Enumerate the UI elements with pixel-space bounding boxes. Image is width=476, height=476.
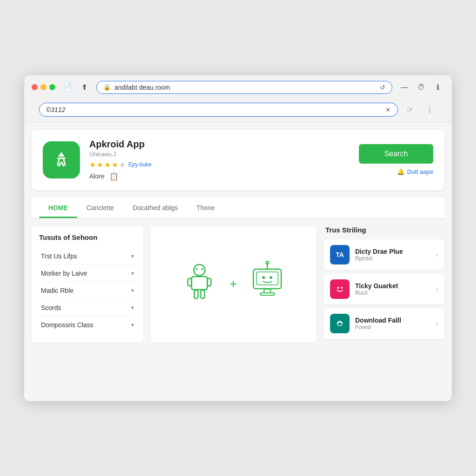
- share-icon[interactable]: ⬆: [78, 81, 91, 94]
- star-1: ★: [89, 160, 96, 169]
- sidebar-item-5[interactable]: Dompossris Class ▾: [39, 317, 136, 333]
- review-link[interactable]: Epy·buke: [128, 161, 152, 168]
- svg-rect-5: [188, 278, 192, 286]
- app-name: Apkroid App: [89, 139, 350, 150]
- sidebar-item-1[interactable]: Trst Us Lifps ▾: [39, 248, 136, 265]
- right-chevron-2: ›: [436, 285, 438, 293]
- right-item-sub-2: Rucil: [355, 290, 430, 296]
- minimize-window-icon[interactable]: —: [398, 81, 411, 94]
- right-item-2[interactable]: Ticky Guarket Rucil ›: [324, 274, 444, 304]
- chevron-down-icon-2: ▾: [131, 270, 134, 277]
- chevron-down-icon-3: ▾: [131, 287, 134, 294]
- right-item-name-2: Ticky Guarket: [355, 282, 430, 290]
- page-content: Apkroid App Unicaou.J ★ ★ ★ ★ ★ Epy·buke…: [24, 122, 452, 401]
- tabs-row: HOME Canclette Docathed ablgs Thone: [32, 198, 444, 218]
- star-5: ★: [119, 160, 126, 169]
- right-item-sub-1: Rpmiol: [355, 255, 430, 262]
- svg-rect-15: [260, 293, 274, 295]
- right-item-text-1: Dicty Drae Plue Rpmiol: [355, 248, 430, 262]
- right-sidebar-title: Trus Striling: [324, 226, 444, 234]
- right-item-icon-2: [330, 279, 350, 299]
- chevron-down-icon-1: ▾: [131, 253, 134, 259]
- right-item-name-3: Download Falll: [355, 317, 430, 324]
- tab-home[interactable]: HOME: [39, 198, 77, 218]
- right-chevron-3: ›: [436, 320, 438, 327]
- browser-window: 📄 ⬆ 🔒 andilabt deau.room ↺ — ⏱ ℹ ©3112 ✕…: [24, 75, 452, 401]
- tab-downloaded[interactable]: Docathed ablgs: [123, 198, 187, 218]
- traffic-lights: [32, 84, 55, 90]
- page-icon: 📄: [61, 81, 74, 94]
- chevron-down-icon-5: ▾: [131, 322, 134, 328]
- reload-icon[interactable]: ↺: [380, 84, 385, 91]
- right-item-icon-3: [330, 314, 350, 333]
- star-2: ★: [97, 160, 103, 169]
- star-4: ★: [112, 160, 118, 169]
- lock-icon: 🔒: [103, 84, 111, 91]
- app-icon: [43, 141, 80, 178]
- star-3: ★: [104, 160, 111, 169]
- maximize-button[interactable]: [49, 84, 55, 90]
- svg-point-1: [194, 264, 205, 276]
- app-subtitle: Unicaou.J: [89, 151, 350, 158]
- app-info: Apkroid App Unicaou.J ★ ★ ★ ★ ★ Epy·buke…: [89, 139, 350, 181]
- tab-canclette[interactable]: Canclette: [77, 198, 123, 218]
- clipboard-icon: 📋: [109, 172, 119, 181]
- app-meta: Alore 📋: [89, 172, 350, 181]
- svg-rect-8: [201, 290, 205, 298]
- left-sidebar: Tusuts of Sehoon Trst Us Lifps ▾ Morker …: [32, 226, 143, 343]
- browser-titlebar: 📄 ⬆ 🔒 andilabt deau.room ↺ — ⏱ ℹ ©3112 ✕…: [24, 75, 452, 122]
- search-clear-icon[interactable]: ✕: [385, 106, 391, 113]
- history-icon[interactable]: ⏱: [415, 81, 428, 94]
- sidebar-item-4[interactable]: Scords ▾: [39, 299, 136, 317]
- dutt-icon: 🔔: [397, 168, 404, 175]
- svg-point-11: [266, 261, 269, 264]
- search-query-text: ©3112: [46, 106, 382, 113]
- svg-point-20: [341, 287, 343, 289]
- minimize-button[interactable]: [40, 84, 46, 90]
- illustration: +: [178, 261, 288, 307]
- chevron-down-icon-4: ▾: [131, 304, 134, 311]
- svg-point-17: [270, 276, 272, 279]
- right-item-3[interactable]: Download Falll Forest ›: [324, 308, 444, 339]
- hand-icon[interactable]: ☞: [403, 102, 417, 117]
- meta-label: Alore: [89, 172, 105, 180]
- svg-rect-0: [57, 158, 66, 159]
- search-bar-row: ©3112 ✕ ☞ ⋮: [32, 99, 444, 122]
- svg-rect-4: [192, 277, 207, 290]
- svg-rect-6: [207, 278, 211, 286]
- address-bar[interactable]: 🔒 andilabt deau.room ↺: [96, 81, 392, 94]
- close-button[interactable]: [32, 84, 38, 90]
- svg-point-21: [334, 318, 345, 329]
- right-chevron-1: ›: [436, 251, 438, 258]
- right-sidebar: Trus Striling TA Dicty Drae Plue Rpmiol …: [324, 226, 444, 343]
- app-actions: Search 🔔 Dutt aape: [359, 144, 433, 175]
- center-content: +: [151, 226, 316, 343]
- stars-row: ★ ★ ★ ★ ★ Epy·buke: [89, 160, 350, 169]
- app-card: Apkroid App Unicaou.J ★ ★ ★ ★ ★ Epy·buke…: [32, 130, 444, 190]
- dutt-label: Dutt aape: [407, 168, 433, 175]
- right-item-name-1: Dicty Drae Plue: [355, 248, 430, 255]
- sidebar-title: Tusuts of Sehoon: [39, 233, 136, 241]
- right-item-1[interactable]: TA Dicty Drae Plue Rpmiol ›: [324, 239, 444, 270]
- svg-point-2: [196, 268, 198, 270]
- address-text: andilabt deau.room: [114, 84, 376, 91]
- info-icon[interactable]: ℹ: [431, 81, 444, 94]
- svg-rect-14: [264, 289, 271, 293]
- search-input-wrap[interactable]: ©3112 ✕: [39, 103, 398, 117]
- right-item-sub-3: Forest: [355, 324, 430, 331]
- svg-point-18: [334, 284, 345, 295]
- main-grid: Tusuts of Sehoon Trst Us Lifps ▾ Morker …: [32, 226, 444, 343]
- tab-thone[interactable]: Thone: [187, 198, 224, 218]
- robot-2-icon: [246, 261, 288, 307]
- right-item-icon-1: TA: [330, 245, 350, 264]
- sidebar-item-3[interactable]: Madic Rble ▾: [39, 282, 136, 299]
- right-item-text-2: Ticky Guarket Rucil: [355, 282, 430, 296]
- more-options-icon[interactable]: ⋮: [422, 102, 437, 117]
- dutt-link[interactable]: 🔔 Dutt aape: [397, 168, 433, 175]
- sidebar-item-2[interactable]: Morker by Laive ▾: [39, 265, 136, 282]
- robot-1-icon: [178, 261, 220, 307]
- svg-rect-7: [194, 290, 198, 298]
- plus-icon: +: [230, 277, 237, 291]
- search-button[interactable]: Search: [359, 144, 433, 164]
- svg-point-19: [337, 287, 339, 289]
